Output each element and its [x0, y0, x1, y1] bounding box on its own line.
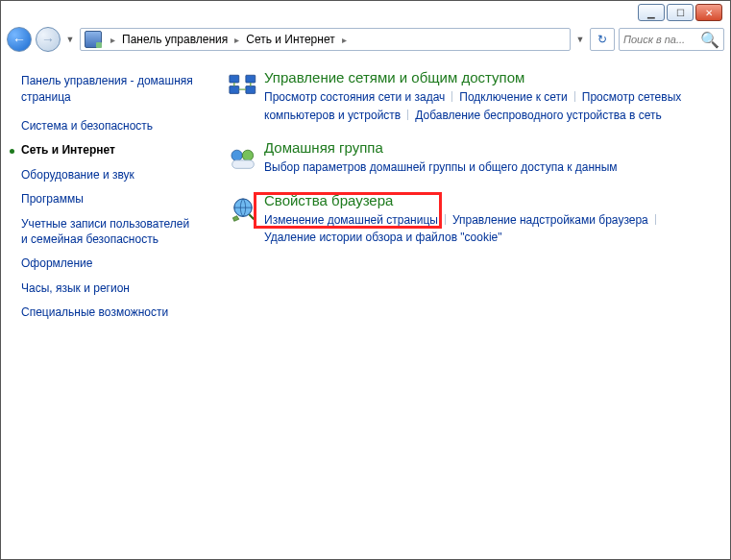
sidebar-item[interactable]: Учетные записи пользователей и семейная … — [21, 217, 199, 247]
chevron-right-icon: ▸ — [234, 35, 239, 45]
chevron-right-icon: ▸ — [342, 35, 347, 45]
svg-rect-1 — [230, 86, 239, 94]
category-links: Просмотр состояния сети и задачПодключен… — [264, 88, 706, 124]
sidebar-item[interactable]: Часы, язык и регион — [21, 281, 199, 297]
window-controls: ▁ ☐ ✕ — [638, 4, 722, 21]
maximize-button[interactable]: ☐ — [667, 4, 694, 21]
breadcrumb-dropdown[interactable]: ▼ — [574, 35, 586, 44]
address-bar: ← → ▼ ▸ Панель управления ▸ Сеть и Интер… — [7, 26, 724, 53]
refresh-button[interactable]: ↻ — [590, 28, 615, 51]
task-link[interactable]: Управление надстройками браузера — [452, 213, 648, 227]
svg-rect-0 — [230, 75, 239, 83]
minimize-button[interactable]: ▁ — [638, 4, 665, 21]
search-icon: 🔍 — [700, 31, 719, 49]
sidebar-home-link[interactable]: Панель управления - домашняя страница — [21, 73, 199, 106]
main-panel: Управление сетями и общим доступомПросмо… — [208, 56, 729, 558]
task-link[interactable]: Просмотр состояния сети и задач — [264, 90, 445, 104]
task-link[interactable]: Изменение домашней страницы — [264, 213, 438, 227]
control-panel-icon — [85, 31, 102, 48]
search-input[interactable] — [623, 34, 700, 45]
sidebar-item[interactable]: Оборудование и звук — [21, 168, 199, 183]
close-button[interactable]: ✕ — [695, 4, 722, 21]
sidebar-item[interactable]: Программы — [21, 192, 199, 207]
category-section: Домашняя группаВыбор параметров домашней… — [222, 139, 706, 177]
nav-back-button[interactable]: ← — [7, 27, 32, 52]
task-link[interactable]: Подключение к сети — [459, 90, 567, 104]
link-divider — [451, 91, 452, 102]
category-section: Управление сетями и общим доступомПросмо… — [222, 69, 706, 124]
link-divider — [655, 214, 656, 225]
nav-history-dropdown[interactable]: ▼ — [64, 27, 76, 52]
search-box[interactable]: 🔍 — [619, 28, 724, 51]
chevron-right-icon: ▸ — [110, 35, 115, 45]
content-area: Панель управления - домашняя страница Си… — [2, 56, 729, 558]
sidebar-item[interactable]: Система и безопасность — [21, 119, 199, 134]
sidebar-item[interactable]: Специальные возможности — [21, 305, 199, 321]
task-link[interactable]: Добавление беспроводного устройства в се… — [415, 109, 662, 122]
svg-point-4 — [231, 150, 242, 160]
category-icon[interactable] — [222, 69, 264, 124]
task-link[interactable]: Удаление истории обзора и файлов "cookie… — [264, 231, 502, 244]
link-divider — [445, 214, 446, 225]
category-icon[interactable] — [222, 192, 264, 247]
sidebar-item[interactable]: Оформление — [21, 256, 199, 272]
nav-forward-button[interactable]: → — [36, 27, 61, 52]
category-icon[interactable] — [222, 139, 264, 177]
svg-point-5 — [242, 150, 253, 160]
category-links: Выбор параметров домашней группы и общег… — [264, 158, 706, 177]
breadcrumb-segment[interactable]: Панель управления — [120, 31, 230, 48]
category-title[interactable]: Свойства браузера — [264, 192, 706, 208]
category-title[interactable]: Домашняя группа — [264, 139, 706, 156]
sidebar-item[interactable]: Сеть и Интернет — [21, 143, 199, 158]
category-title[interactable]: Управление сетями и общим доступом — [264, 69, 706, 85]
link-divider — [407, 110, 408, 120]
category-links: Изменение домашней страницыУправление на… — [264, 211, 706, 247]
svg-rect-2 — [246, 75, 256, 83]
category-section: Свойства браузераИзменение домашней стра… — [222, 192, 706, 247]
svg-rect-3 — [246, 86, 256, 94]
link-divider — [574, 91, 575, 102]
breadcrumb-segment[interactable]: Сеть и Интернет — [244, 31, 336, 48]
task-link[interactable]: Выбор параметров домашней группы и общег… — [264, 160, 618, 174]
breadcrumb[interactable]: ▸ Панель управления ▸ Сеть и Интернет ▸ — [80, 28, 571, 51]
sidebar: Панель управления - домашняя страница Си… — [2, 56, 208, 558]
svg-rect-6 — [232, 160, 255, 169]
